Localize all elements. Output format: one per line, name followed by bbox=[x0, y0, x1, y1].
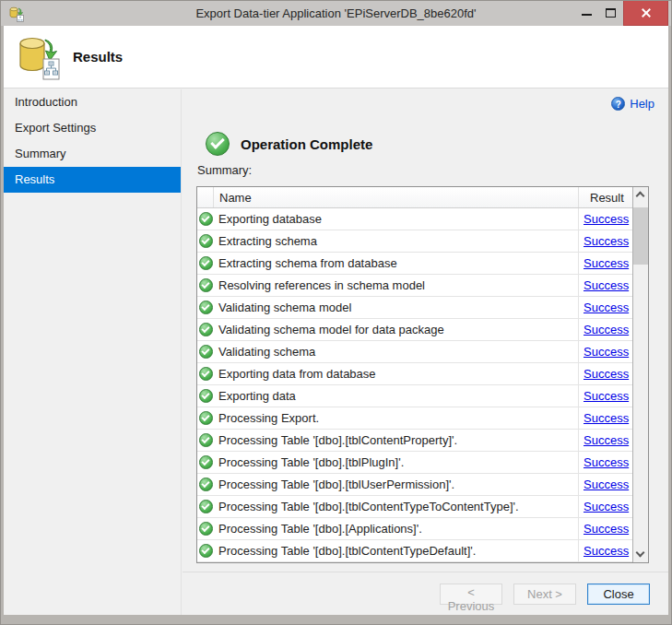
row-result-link[interactable]: Success bbox=[584, 389, 629, 403]
table-row[interactable]: Processing Table '[dbo].[Applications]'.… bbox=[197, 518, 632, 540]
row-name: Extracting schema bbox=[214, 234, 578, 248]
row-result-link[interactable]: Success bbox=[584, 256, 629, 270]
sidebar-item-results[interactable]: Results bbox=[4, 167, 181, 193]
row-name: Exporting data from database bbox=[214, 367, 578, 381]
name-column-header: Name bbox=[214, 191, 578, 205]
summary-table-header: Name Result bbox=[197, 187, 632, 208]
next-button[interactable]: Next > bbox=[513, 584, 576, 605]
help-link-label: Help bbox=[630, 97, 654, 111]
table-row[interactable]: Validating schema Success bbox=[197, 341, 632, 363]
window-border-left bbox=[1, 26, 4, 624]
row-result-link[interactable]: Success bbox=[584, 323, 629, 336]
window-border-bottom bbox=[1, 615, 671, 624]
row-name: Validating schema model bbox=[214, 301, 578, 314]
close-button[interactable]: Close bbox=[587, 584, 650, 605]
app-database-export-icon bbox=[8, 6, 25, 22]
chevron-down-icon bbox=[636, 548, 645, 558]
row-result-link[interactable]: Success bbox=[584, 301, 629, 314]
table-row[interactable]: Resolving references in schema model Suc… bbox=[197, 275, 632, 297]
row-name: Processing Export. bbox=[214, 411, 578, 425]
row-success-check-icon bbox=[199, 544, 213, 558]
row-success-check-icon bbox=[199, 455, 213, 469]
close-icon bbox=[641, 7, 652, 18]
row-success-check-icon bbox=[199, 278, 213, 292]
scrollbar-thumb[interactable] bbox=[633, 207, 648, 265]
row-result-link[interactable]: Success bbox=[584, 234, 629, 248]
table-row[interactable]: Processing Table '[dbo].[tblContentTypeD… bbox=[197, 540, 632, 562]
row-result-link[interactable]: Success bbox=[584, 433, 629, 447]
status-icon-column-header bbox=[197, 187, 214, 207]
titlebar[interactable]: Export Data-tier Application 'EPiServerD… bbox=[1, 1, 671, 26]
sidebar-item-summary[interactable]: Summary bbox=[4, 141, 181, 167]
maximize-button[interactable] bbox=[599, 1, 623, 26]
row-name: Validating schema model for data package bbox=[214, 323, 578, 336]
row-result-link[interactable]: Success bbox=[584, 478, 629, 491]
table-row[interactable]: Validating schema model for data package… bbox=[197, 319, 632, 341]
previous-button[interactable]: < Previous bbox=[440, 584, 502, 605]
row-name: Exporting data bbox=[214, 389, 578, 403]
row-success-check-icon bbox=[199, 433, 213, 447]
minimize-icon bbox=[582, 14, 592, 16]
window-border-right bbox=[668, 26, 671, 624]
table-row[interactable]: Exporting data from database Success bbox=[197, 363, 632, 385]
row-success-check-icon bbox=[199, 301, 213, 314]
table-row[interactable]: Extracting schema Success bbox=[197, 230, 632, 253]
row-name: Processing Table '[dbo].[tblUserPermissi… bbox=[214, 478, 578, 491]
table-row[interactable]: Processing Table '[dbo].[tblUserPermissi… bbox=[197, 474, 632, 496]
minimize-button[interactable] bbox=[575, 1, 599, 26]
row-success-check-icon bbox=[199, 256, 213, 270]
row-name: Processing Table '[dbo].[tblContentTypeT… bbox=[214, 500, 578, 513]
wizard-footer: < Previous Next > Close bbox=[183, 572, 668, 615]
summary-table: Name Result Exporting database Success E… bbox=[196, 186, 649, 563]
close-window-button[interactable] bbox=[623, 1, 668, 26]
row-success-check-icon bbox=[199, 411, 213, 425]
row-name: Validating schema bbox=[214, 345, 578, 359]
row-success-check-icon bbox=[199, 234, 213, 248]
row-result-link[interactable]: Success bbox=[584, 345, 629, 359]
row-result-link[interactable]: Success bbox=[584, 544, 629, 558]
table-row[interactable]: Exporting data Success bbox=[197, 385, 632, 407]
row-success-check-icon bbox=[199, 212, 213, 226]
table-row[interactable]: Processing Export. Success bbox=[197, 407, 632, 430]
operation-status: Operation Complete bbox=[206, 132, 372, 156]
chevron-up-icon bbox=[636, 192, 645, 201]
row-result-link[interactable]: Success bbox=[584, 212, 629, 226]
wizard-header: Results bbox=[4, 26, 668, 88]
sidebar-item-export-settings[interactable]: Export Settings bbox=[4, 115, 181, 141]
wizard-main-panel: ? Help Operation Complete Summary: Name … bbox=[183, 89, 668, 615]
row-result-link[interactable]: Success bbox=[584, 500, 629, 513]
row-success-check-icon bbox=[199, 367, 213, 381]
scroll-up-button[interactable] bbox=[633, 187, 648, 203]
table-row[interactable]: Processing Table '[dbo].[tblContentTypeT… bbox=[197, 496, 632, 518]
maximize-icon bbox=[606, 8, 616, 18]
status-heading: Operation Complete bbox=[241, 136, 372, 152]
row-name: Processing Table '[dbo].[Applications]'. bbox=[214, 522, 578, 536]
row-success-check-icon bbox=[199, 500, 213, 513]
table-row[interactable]: Processing Table '[dbo].[tblContentPrope… bbox=[197, 430, 632, 452]
sidebar-item-introduction[interactable]: Introduction bbox=[4, 89, 181, 115]
success-check-icon bbox=[206, 132, 230, 156]
table-row[interactable]: Exporting database Success bbox=[197, 208, 632, 230]
row-name: Exporting database bbox=[214, 212, 578, 226]
row-result-link[interactable]: Success bbox=[584, 278, 629, 292]
row-name: Processing Table '[dbo].[tblContentPrope… bbox=[214, 433, 578, 447]
scroll-down-button[interactable] bbox=[633, 547, 648, 562]
database-export-icon bbox=[15, 33, 66, 83]
window-title: Export Data-tier Application 'EPiServerD… bbox=[1, 6, 671, 20]
table-row[interactable]: Validating schema model Success bbox=[197, 297, 632, 319]
row-result-link[interactable]: Success bbox=[584, 367, 629, 381]
page-title: Results bbox=[73, 49, 123, 65]
table-scrollbar[interactable] bbox=[632, 187, 648, 562]
wizard-nav-sidebar: Introduction Export Settings Summary Res… bbox=[4, 89, 182, 615]
row-success-check-icon bbox=[199, 345, 213, 359]
row-result-link[interactable]: Success bbox=[584, 522, 629, 536]
row-success-check-icon bbox=[199, 389, 213, 403]
row-success-check-icon bbox=[199, 323, 213, 336]
row-result-link[interactable]: Success bbox=[584, 411, 629, 425]
table-row[interactable]: Extracting schema from database Success bbox=[197, 253, 632, 275]
help-link[interactable]: ? Help bbox=[611, 97, 654, 111]
table-row[interactable]: Processing Table '[dbo].[tblPlugIn]'. Su… bbox=[197, 452, 632, 474]
help-icon: ? bbox=[611, 97, 625, 111]
summary-label: Summary: bbox=[197, 163, 252, 177]
row-result-link[interactable]: Success bbox=[584, 455, 629, 469]
